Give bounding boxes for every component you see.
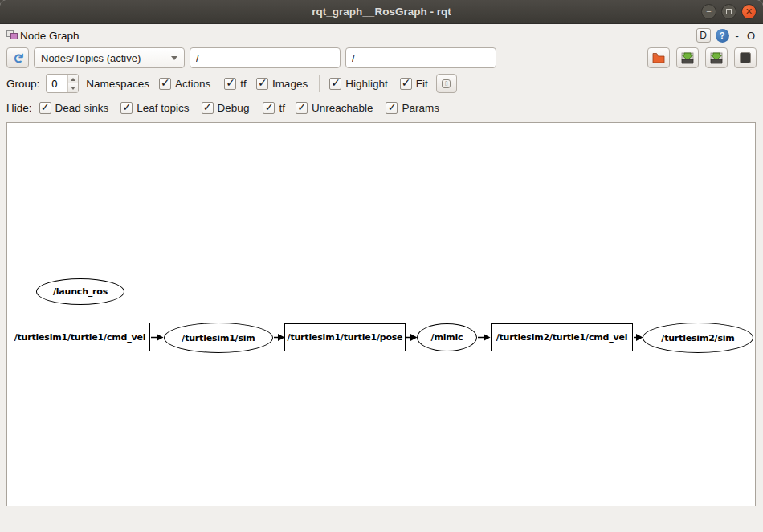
graph-node-turtlesim1-pose[interactable]: /turtlesim1/turtle1/pose	[284, 323, 406, 351]
checkbox-indicator	[224, 78, 236, 90]
checkbox-images[interactable]: Images	[256, 78, 308, 90]
group-spinbox[interactable]	[46, 74, 79, 93]
snapshot-button[interactable]	[734, 47, 757, 68]
checkbox-label: Actions	[175, 78, 210, 90]
checkbox-label: Params	[402, 102, 439, 114]
checkbox-label: tf	[240, 78, 247, 90]
main-toolbar: ↻ Nodes/Topics (active)	[0, 47, 763, 71]
graph-node-turtlesim1-cmd-vel[interactable]: /turtlesim1/turtle1/cmd_vel	[10, 323, 150, 351]
dock-collapse-button[interactable]: -	[734, 30, 741, 42]
checkbox-debug[interactable]: Debug	[202, 102, 250, 114]
checkbox-indicator	[386, 102, 398, 114]
checkbox-indicator	[296, 102, 308, 114]
checkbox-label: Unreachable	[312, 102, 373, 114]
checkbox-unreachable[interactable]: Unreachable	[296, 102, 373, 114]
node-filter-input[interactable]	[190, 47, 341, 68]
checkbox-leaf-topics[interactable]: Leaf topics	[120, 102, 189, 114]
maximize-icon	[726, 9, 732, 14]
open-folder-icon	[651, 51, 666, 64]
options-row-2: Hide: Dead sinks Leaf topics Debug tf Un…	[0, 97, 763, 118]
spinner-arrows[interactable]	[67, 75, 78, 92]
edge-arrow	[406, 333, 418, 342]
edge-arrow	[478, 333, 491, 342]
checkbox-indicator	[256, 78, 268, 90]
checkbox-label: tf	[279, 102, 285, 114]
checkbox-dead-sinks[interactable]: Dead sinks	[39, 102, 109, 114]
graph-node-launch-ros[interactable]: /launch_ros	[36, 278, 124, 305]
checkbox-label: Debug	[218, 102, 250, 114]
edge-arrow	[151, 333, 164, 342]
node-graph-icon	[6, 30, 18, 41]
checkbox-label: Images	[272, 78, 308, 90]
checkbox-indicator	[329, 78, 341, 90]
snapshot-icon	[739, 51, 752, 64]
checkbox-actions[interactable]: Actions	[159, 78, 210, 90]
minimize-button[interactable]: −	[701, 4, 716, 19]
save-dot-icon	[680, 51, 695, 65]
plugin-title: Node Graph	[20, 30, 80, 42]
namespaces-label: Namespaces	[86, 78, 149, 90]
separator	[319, 75, 320, 92]
window-titlebar[interactable]: rqt_graph__RosGraph - rqt − ✕	[0, 0, 763, 24]
options-row-1: Group: Namespaces Actions tf Images High…	[0, 73, 763, 94]
topic-filter-input[interactable]	[345, 47, 496, 68]
window-controls: − ✕	[701, 4, 757, 19]
save-image-icon	[709, 51, 724, 65]
help-button[interactable]: ?	[716, 29, 729, 43]
window-title: rqt_graph__RosGraph - rqt	[0, 6, 763, 18]
hide-label: Hide:	[6, 102, 32, 114]
toolbar-right-buttons	[647, 47, 757, 68]
checkbox-highlight[interactable]: Highlight	[329, 78, 388, 90]
maximize-button[interactable]	[721, 4, 736, 19]
minimize-icon: −	[706, 5, 711, 18]
refresh-button[interactable]: ↻	[6, 47, 29, 68]
checkbox-indicator	[202, 102, 214, 114]
checkbox-params[interactable]: Params	[386, 102, 439, 114]
checkbox-label: Dead sinks	[55, 102, 109, 114]
checkbox-label: Highlight	[345, 78, 388, 90]
chevron-down-icon	[171, 56, 177, 60]
refresh-icon: ↻	[11, 52, 25, 63]
dock-settings-button[interactable]: D	[696, 28, 711, 43]
checkbox-indicator	[39, 102, 51, 114]
fit-in-view-icon: ▯	[442, 79, 451, 88]
save-image-button[interactable]	[705, 47, 728, 68]
checkbox-fit[interactable]: Fit	[400, 78, 428, 90]
checkbox-indicator	[159, 78, 171, 90]
rqt-window: rqt_graph__RosGraph - rqt − ✕ Node Graph…	[0, 0, 763, 532]
graph-node-mimic[interactable]: /mimic	[417, 323, 477, 351]
graph-type-selected: Nodes/Topics (active)	[41, 52, 166, 64]
graph-node-turtlesim2-sim[interactable]: /turtlesim2/sim	[643, 323, 753, 353]
checkbox-label: Leaf topics	[137, 102, 189, 114]
checkbox-label: Fit	[416, 78, 428, 90]
group-label: Group:	[6, 78, 39, 90]
checkbox-indicator	[263, 102, 275, 114]
spinner-down-icon[interactable]	[68, 83, 78, 92]
graph-node-turtlesim1-sim[interactable]: /turtlesim1/sim	[164, 323, 273, 353]
graph-node-turtlesim2-cmd-vel[interactable]: /turtlesim2/turtle1/cmd_vel	[491, 323, 633, 351]
spinner-up-icon[interactable]	[68, 75, 78, 83]
close-button[interactable]: ✕	[741, 4, 757, 19]
checkbox-indicator	[120, 102, 133, 114]
graph-canvas[interactable]: /launch_ros /turtlesim1/turtle1/cmd_vel …	[6, 122, 756, 506]
load-dot-button[interactable]	[647, 47, 670, 68]
save-dot-button[interactable]	[676, 47, 699, 68]
graph-type-dropdown[interactable]: Nodes/Topics (active)	[34, 47, 185, 68]
plugin-dockbar: Node Graph D ? - O	[0, 25, 763, 46]
checkbox-tf-show[interactable]: tf	[224, 78, 247, 90]
fit-in-view-button[interactable]: ▯	[436, 74, 457, 93]
checkbox-indicator	[400, 78, 412, 90]
group-value-input[interactable]	[47, 75, 67, 92]
edge-arrow	[274, 333, 285, 342]
dock-float-button[interactable]: O	[745, 30, 757, 42]
close-icon: ✕	[745, 5, 753, 18]
checkbox-tf-hide[interactable]: tf	[263, 102, 285, 114]
